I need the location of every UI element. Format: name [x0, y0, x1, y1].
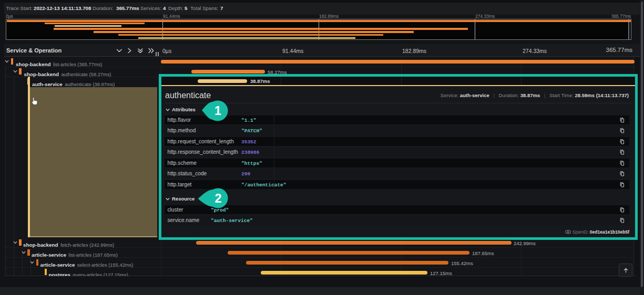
svg-text:1: 1: [214, 104, 221, 118]
svg-text:2: 2: [214, 192, 221, 205]
